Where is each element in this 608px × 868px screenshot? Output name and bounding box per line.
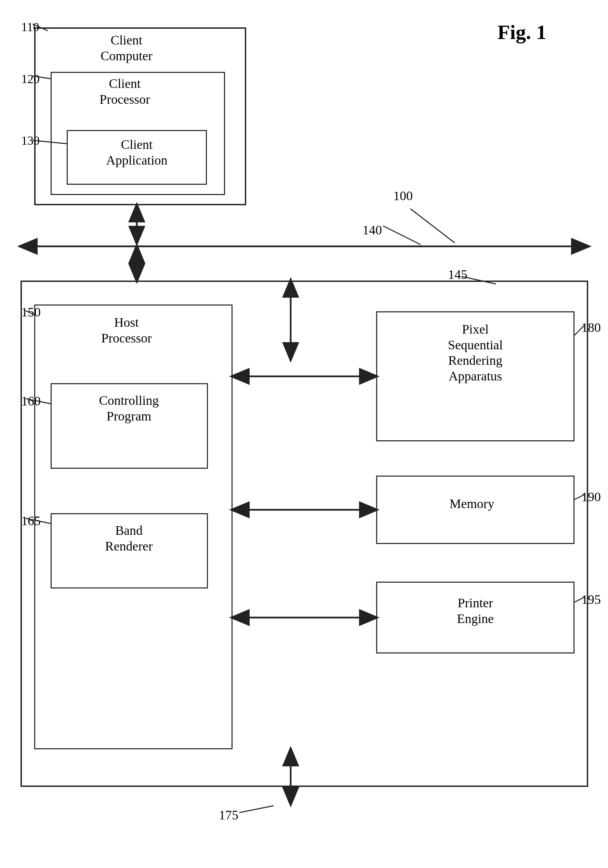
band-renderer-label: BandRenderer <box>56 523 203 554</box>
ref-195: 195 <box>581 592 601 607</box>
ref-100: 100 <box>393 188 413 203</box>
svg-line-2 <box>410 209 455 243</box>
client-processor-label: ClientProcessor <box>74 76 176 107</box>
diagram-container: Fig. 1 ClientComputer 110 ClientProcesso… <box>0 0 608 868</box>
ref-150: 150 <box>21 304 41 319</box>
client-application-label: ClientApplication <box>72 137 202 168</box>
ref-160: 160 <box>21 394 41 409</box>
svg-line-20 <box>239 806 274 812</box>
figure-title: Fig. 1 <box>498 20 546 44</box>
host-processor-label: HostProcessor <box>48 315 205 346</box>
ref-145: 145 <box>448 267 467 282</box>
ref-190: 190 <box>581 489 601 504</box>
ref-110: 110 <box>21 20 39 34</box>
printer-engine-label: PrinterEngine <box>387 595 564 626</box>
ref-180: 180 <box>581 320 601 335</box>
memory-label: Memory <box>404 496 540 512</box>
ref-140: 140 <box>362 222 382 237</box>
svg-line-3 <box>383 226 421 245</box>
ref-130: 130 <box>21 133 40 148</box>
client-computer-label: ClientComputer <box>79 33 175 64</box>
pixel-sequential-label: PixelSequentialRenderingApparatus <box>379 322 571 384</box>
ref-120: 120 <box>21 72 40 86</box>
ref-175: 175 <box>219 808 238 823</box>
ref-165: 165 <box>21 513 41 528</box>
controlling-program-label: ControllingProgram <box>56 393 203 424</box>
